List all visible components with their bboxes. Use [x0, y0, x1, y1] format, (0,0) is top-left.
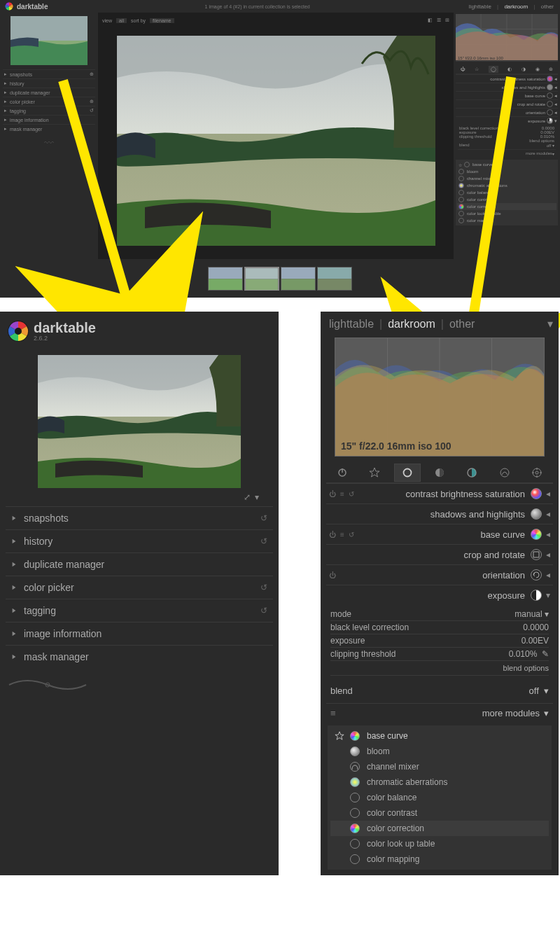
- collapse-icon[interactable]: ◂: [546, 550, 550, 559]
- more-module-item[interactable]: ☆base curve: [457, 161, 556, 168]
- collapse-icon[interactable]: ◂: [546, 489, 550, 499]
- group-active-icon[interactable]: ◯: [489, 66, 498, 73]
- module-crop[interactable]: crop and rotate◂: [456, 99, 558, 108]
- group-tone-icon[interactable]: ◑: [522, 67, 526, 72]
- panel-color-picker[interactable]: color picker ↺: [6, 576, 273, 599]
- view-darkroom[interactable]: darkroom: [388, 318, 435, 331]
- reset-icon[interactable]: ↺: [260, 513, 267, 523]
- more-module-item[interactable]: color contrast: [457, 196, 556, 203]
- histogram[interactable]: 15" f/22.0 16mm iso 100: [456, 14, 558, 62]
- module-shadows[interactable]: shadows and highlights◂: [456, 83, 558, 91]
- group-correct-icon[interactable]: ⊛: [549, 67, 553, 72]
- group-power-icon[interactable]: [329, 464, 356, 482]
- blend-value[interactable]: off: [529, 686, 539, 696]
- panel-image-information[interactable]: image information: [6, 622, 273, 645]
- reset-icon[interactable]: ↺: [349, 490, 354, 498]
- more-module-item[interactable]: color mapping: [330, 851, 549, 867]
- toolbar-icon[interactable]: ◧: [428, 18, 433, 23]
- exposure-value[interactable]: 0.00EV: [522, 636, 549, 646]
- module-exposure[interactable]: exposure▾: [456, 116, 558, 125]
- view-lighttable[interactable]: lighttable: [469, 4, 491, 10]
- group-basic-icon[interactable]: [426, 464, 453, 482]
- caret-down-icon[interactable]: ▾: [547, 317, 553, 331]
- black-value[interactable]: 0.0000: [523, 623, 549, 632]
- panel-tagging[interactable]: tagging ↺: [6, 599, 273, 622]
- zoom-icon[interactable]: ▾: [255, 492, 259, 502]
- reset-icon[interactable]: ↺: [260, 606, 267, 615]
- module-basecurve[interactable]: base curve◂: [456, 91, 558, 99]
- panel-history[interactable]: history ↺: [6, 529, 273, 552]
- collapse-icon[interactable]: ◂: [546, 529, 550, 539]
- collapse-icon[interactable]: ◂: [546, 570, 550, 580]
- filmstrip-thumb[interactable]: [281, 267, 316, 291]
- power-icon[interactable]: ⏻: [329, 571, 336, 579]
- panel-history[interactable]: ▸history: [3, 78, 95, 88]
- more-module-item[interactable]: color balance: [457, 189, 556, 196]
- fit-icon[interactable]: ⤢: [244, 492, 251, 502]
- expand-icon[interactable]: ▾: [546, 590, 550, 600]
- group-color-icon[interactable]: ◉: [536, 67, 540, 72]
- group-active-icon[interactable]: [394, 464, 421, 482]
- module-crop[interactable]: ⏻ crop and rotate ◂: [326, 544, 553, 564]
- filmstrip-thumb[interactable]: [317, 267, 352, 291]
- group-effect-icon[interactable]: [524, 464, 550, 482]
- more-module-item[interactable]: color look up table: [457, 210, 556, 217]
- more-module-item[interactable]: color contrast: [330, 805, 549, 821]
- group-basic-icon[interactable]: ◐: [507, 67, 512, 72]
- more-module-item[interactable]: base curve: [330, 728, 549, 744]
- filmstrip-thumb[interactable]: [208, 267, 243, 291]
- panel-color-picker[interactable]: ▸color picker⊕: [3, 97, 95, 106]
- more-module-item[interactable]: channel mixer: [330, 759, 549, 774]
- reset-icon[interactable]: ↺: [260, 583, 267, 592]
- panel-duplicate-manager[interactable]: duplicate manager: [6, 552, 273, 576]
- filmstrip-thumb[interactable]: [244, 267, 279, 291]
- panel-duplicate-manager[interactable]: ▸duplicate manager: [3, 88, 95, 97]
- collapse-icon[interactable]: ◂: [546, 509, 550, 519]
- panel-mask-manager[interactable]: mask manager: [6, 645, 273, 668]
- more-module-item[interactable]: color correction: [457, 203, 556, 210]
- view-dropdown[interactable]: all: [116, 18, 127, 23]
- histogram[interactable]: 15" f/22.0 16mm iso 100: [335, 338, 545, 457]
- sort-dropdown[interactable]: filename: [150, 18, 174, 23]
- module-shadows[interactable]: ⏻ shadows and highlights ◂: [326, 503, 553, 524]
- more-module-item[interactable]: color look up table: [330, 836, 549, 851]
- group-favorites-icon[interactable]: ☆: [475, 67, 479, 72]
- module-orientation[interactable]: orientation◂: [456, 108, 558, 116]
- view-other[interactable]: other: [541, 4, 554, 10]
- blend-row[interactable]: blend off ▾: [326, 679, 553, 703]
- navigation-preview[interactable]: [10, 16, 88, 65]
- power-icon[interactable]: ⏻: [329, 531, 336, 538]
- panel-mask-manager[interactable]: ▸mask manager: [3, 124, 95, 133]
- module-basecurve[interactable]: ⏻≡↺ base curve ◂: [326, 524, 553, 544]
- view-darkroom[interactable]: darkroom: [504, 4, 528, 10]
- multi-icon[interactable]: ≡: [340, 531, 344, 538]
- panel-snapshots[interactable]: ▸snapshots⊕: [3, 69, 95, 78]
- module-orientation[interactable]: ⏻ orientation ◂: [326, 564, 553, 585]
- group-color-icon[interactable]: [491, 464, 518, 482]
- panel-tagging[interactable]: ▸tagging↺: [3, 106, 95, 115]
- power-icon[interactable]: ⏻: [329, 490, 336, 498]
- view-lighttable[interactable]: lighttable: [329, 318, 374, 331]
- more-module-item[interactable]: chromatic aberrations: [457, 182, 556, 189]
- more-module-item[interactable]: bloom: [330, 744, 549, 759]
- more-module-item[interactable]: chromatic aberrations: [330, 774, 549, 790]
- group-tone-icon[interactable]: [458, 464, 485, 482]
- more-module-item[interactable]: color correction: [330, 821, 549, 836]
- module-contrast[interactable]: ⏻≡↺ contrast brightness saturation ◂: [326, 483, 553, 503]
- view-other[interactable]: other: [449, 318, 475, 331]
- group-favorites-icon[interactable]: [361, 464, 388, 482]
- toolbar-icon[interactable]: ☰: [437, 18, 441, 23]
- more-module-item[interactable]: bloom: [457, 168, 556, 175]
- panel-image-information[interactable]: ▸image information: [3, 115, 95, 124]
- module-exposure[interactable]: ⏻ exposure ▾: [326, 585, 553, 605]
- more-module-item[interactable]: channel mixer: [457, 175, 556, 182]
- reset-icon[interactable]: ↺: [260, 536, 267, 546]
- mode-value[interactable]: manual: [514, 609, 542, 619]
- toolbar-icon[interactable]: ⊞: [445, 18, 449, 23]
- group-power-icon[interactable]: ⏻: [461, 67, 465, 71]
- more-module-item[interactable]: color balance: [330, 790, 549, 805]
- navigation-preview[interactable]: [38, 355, 241, 488]
- clip-value[interactable]: 0.010%: [509, 649, 538, 659]
- blend-options[interactable]: blend options: [330, 661, 549, 676]
- reset-icon[interactable]: ↺: [349, 531, 354, 538]
